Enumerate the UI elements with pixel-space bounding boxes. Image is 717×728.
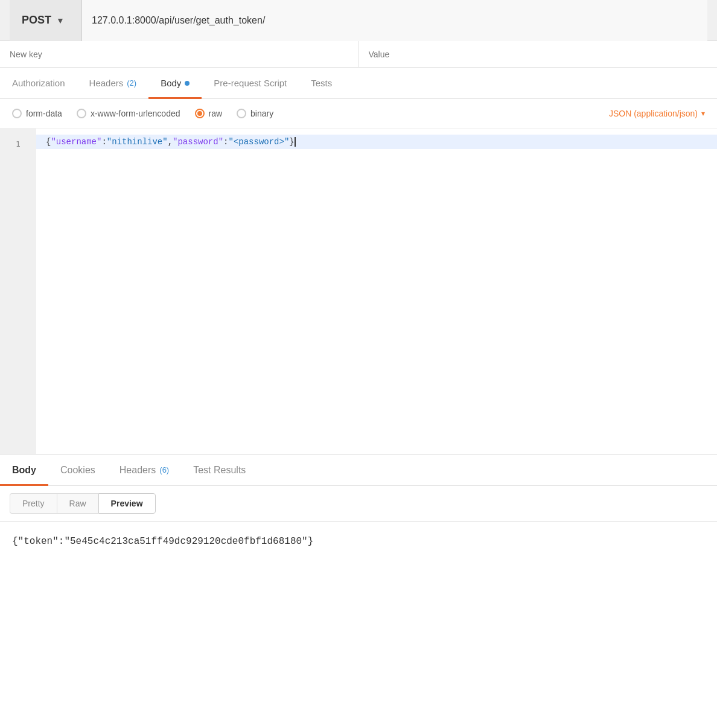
params-key-input[interactable] (0, 41, 359, 67)
username-value: "nithinlive" (107, 135, 168, 149)
tab-prerequest[interactable]: Pre-request Script (202, 68, 299, 99)
params-value-input[interactable] (359, 41, 718, 67)
response-tabs: Body Cookies Headers (6) Test Results (0, 455, 717, 486)
tab-headers[interactable]: Headers (2) (77, 68, 149, 99)
request-tabs: Authorization Headers (2) Body Pre-reque… (0, 68, 717, 99)
open-brace: { (46, 135, 51, 149)
response-tab-headers[interactable]: Headers (6) (107, 455, 181, 486)
preview-subtab-pretty[interactable]: Pretty (10, 493, 57, 514)
radio-raw[interactable]: raw (195, 109, 223, 118)
line-numbers: 1 (0, 129, 36, 454)
comma-1: , (168, 135, 173, 149)
radio-urlencoded[interactable]: x-www-form-urlencoded (77, 109, 180, 118)
password-value: "<password>" (228, 135, 289, 149)
radio-circle-form-data (12, 109, 22, 118)
close-brace: } (289, 135, 294, 149)
colon-1: : (101, 135, 106, 149)
line-number-1: 1 (0, 137, 36, 152)
preview-subtab-preview[interactable]: Preview (98, 493, 156, 514)
top-bar: POST ▼ (0, 0, 717, 41)
url-input[interactable] (82, 0, 707, 41)
response-body-content: {"token":"5e45c4c213ca51ff49dc929120cde0… (0, 522, 717, 561)
tab-body[interactable]: Body (148, 68, 202, 99)
response-tab-cookies[interactable]: Cookies (48, 455, 107, 486)
editor-content[interactable]: {"username":"nithinlive","password":"<pa… (36, 129, 717, 454)
method-label: POST (22, 14, 51, 27)
colon-2: : (223, 135, 228, 149)
json-selector-chevron: ▾ (701, 109, 705, 118)
response-section: Body Cookies Headers (6) Test Results Pr… (0, 455, 717, 561)
method-dropdown[interactable]: POST ▼ (10, 0, 82, 41)
response-tab-test-results[interactable]: Test Results (181, 455, 258, 486)
headers-badge: (2) (127, 78, 136, 88)
preview-subtabs: Pretty Raw Preview (0, 486, 717, 522)
tab-authorization[interactable]: Authorization (0, 68, 77, 99)
body-dot (185, 81, 190, 86)
radio-form-data[interactable]: form-data (12, 109, 62, 118)
response-headers-badge: (6) (159, 465, 169, 474)
body-options: form-data x-www-form-urlencoded raw bina… (0, 99, 717, 129)
json-type-selector[interactable]: JSON (application/json) ▾ (609, 109, 705, 118)
radio-circle-binary (237, 109, 246, 118)
radio-circle-raw (195, 109, 205, 118)
response-tab-body[interactable]: Body (0, 455, 48, 486)
radio-binary[interactable]: binary (237, 109, 273, 118)
code-line-1[interactable]: {"username":"nithinlive","password":"<pa… (36, 135, 717, 149)
code-editor: 1 {"username":"nithinlive","password":"<… (0, 129, 717, 455)
username-key: "username" (51, 135, 101, 149)
tab-tests[interactable]: Tests (299, 68, 344, 99)
radio-circle-urlencoded (77, 109, 86, 118)
params-row (0, 41, 717, 68)
text-cursor (295, 137, 296, 147)
method-chevron: ▼ (56, 16, 65, 25)
preview-subtab-raw[interactable]: Raw (57, 493, 98, 514)
password-key: "password" (173, 135, 223, 149)
